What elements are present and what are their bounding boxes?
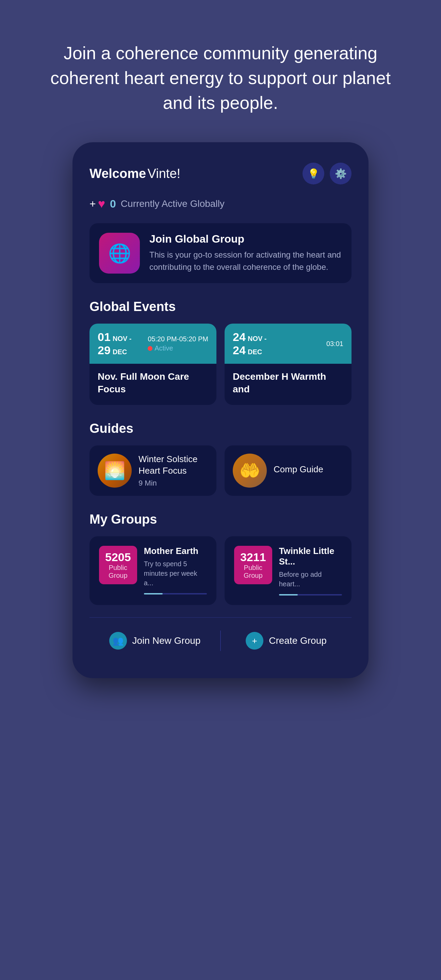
app-header: Welcome Vinte! 💡 ⚙️ [89,163,352,185]
group-indicator [279,594,342,595]
group-badge: 3211 Public Group [234,546,272,584]
group-description: Before go add heart... [279,570,342,589]
event-body: December H Warmth and [224,364,352,405]
group-indicator [144,593,207,595]
event-status: Active [154,344,173,352]
welcome-message: Welcome Vinte! [89,166,180,181]
lightbulb-button[interactable]: 💡 [302,163,324,185]
globe-icon: 🌐 [99,233,140,274]
guide-title: Comp Guide [274,464,323,476]
add-heart-icon: + ♥ [89,197,105,211]
event-header: 01 NOV - 29 DEC 05:20 PM-05:20 PM Active [89,324,217,364]
events-list: 01 NOV - 29 DEC 05:20 PM-05:20 PM Active [89,324,352,405]
global-group-description: This is your go-to session for activatin… [150,249,342,273]
event-time: 03:01 [326,340,343,348]
group-description: Try to spend 5 minutes per week a... [144,559,207,588]
guide-card[interactable]: 🌅 Winter Solstice Heart Focus 9 Min [89,445,217,496]
event-date-range: 24 NOV - 24 DEC [233,331,267,357]
hero-tagline: Join a coherence community generating co… [0,0,441,142]
active-bar: + ♥ 0 Currently Active Globally [89,197,352,211]
guide-info: Winter Solstice Heart Focus 9 Min [139,453,208,488]
event-time: 05:20 PM-05:20 PM [148,335,208,343]
guide-card[interactable]: 🤲 Comp Guide [224,445,352,496]
group-type-2: Group [105,572,131,579]
groups-section: My Groups 5205 Public Group Mother Earth… [89,512,352,654]
event-header: 24 NOV - 24 DEC 03:01 [224,324,352,364]
group-info: Mother Earth Try to spend 5 minutes per … [144,546,207,595]
bottom-actions: 👥 Join New Group + Create Group [89,617,352,654]
guides-section: Guides 🌅 Winter Solstice Heart Focus 9 M… [89,421,352,496]
header-icons: 💡 ⚙️ [302,163,352,185]
group-badge: 5205 Public Group [99,546,137,584]
group-type-2: Group [240,572,266,579]
create-group-label: Create Group [269,635,327,646]
group-info: Twinkle Little St... Before go add heart… [279,546,342,595]
create-group-button[interactable]: + Create Group [221,627,352,654]
global-group-card[interactable]: 🌐 Join Global Group This is your go-to s… [89,223,352,283]
heart-icon: ♥ [98,197,105,211]
join-group-icon: 👥 [109,632,127,649]
guide-info: Comp Guide [274,464,323,477]
event-card[interactable]: 01 NOV - 29 DEC 05:20 PM-05:20 PM Active [89,324,217,405]
active-label: Currently Active Globally [121,198,224,209]
global-group-info: Join Global Group This is your go-to ses… [150,233,342,273]
group-name: Twinkle Little St... [279,546,342,567]
event-body: Nov. Full Moon Care Focus [89,364,217,405]
event-time-block: 03:01 [326,340,343,348]
events-section: Global Events 01 NOV - 29 DEC 05:20 PM-0… [89,299,352,405]
join-new-group-label: Join New Group [132,635,201,646]
group-indicator-bar [279,594,298,595]
group-card[interactable]: 3211 Public Group Twinkle Little St... B… [224,536,352,605]
groups-list: 5205 Public Group Mother Earth Try to sp… [89,536,352,605]
groups-section-title: My Groups [89,512,352,527]
guides-list: 🌅 Winter Solstice Heart Focus 9 Min 🤲 Co… [89,445,352,496]
event-time-block: 05:20 PM-05:20 PM Active [148,335,208,352]
events-section-title: Global Events [89,299,352,314]
guides-section-title: Guides [89,421,352,436]
active-dot-icon [148,346,153,351]
guide-title: Winter Solstice Heart Focus [139,453,208,477]
event-card[interactable]: 24 NOV - 24 DEC 03:01 December H Warmth … [224,324,352,405]
app-container: Welcome Vinte! 💡 ⚙️ + ♥ 0 Currently Acti… [72,142,369,678]
event-date-range: 01 NOV - 29 DEC [98,331,132,357]
group-indicator-bar [144,593,163,595]
event-active-badge: Active [148,344,208,352]
global-group-title: Join Global Group [150,233,342,245]
group-number: 5205 [105,550,131,564]
group-type: Public [105,564,131,572]
settings-button[interactable]: ⚙️ [330,163,352,185]
active-count: 0 [110,198,116,210]
guide-thumbnail: 🤲 [233,453,267,488]
guide-thumbnail: 🌅 [98,453,132,488]
event-title: December H Warmth and [233,371,343,395]
welcome-prefix: Welcome [89,166,146,181]
guide-duration: 9 Min [139,479,157,487]
create-group-icon: + [246,632,263,649]
group-name: Mother Earth [144,546,207,556]
group-number: 3211 [240,550,266,564]
user-name: Vinte! [148,166,180,181]
group-type: Public [240,564,266,572]
event-title: Nov. Full Moon Care Focus [98,371,208,395]
group-card[interactable]: 5205 Public Group Mother Earth Try to sp… [89,536,217,605]
join-new-group-button[interactable]: 👥 Join New Group [89,627,220,654]
